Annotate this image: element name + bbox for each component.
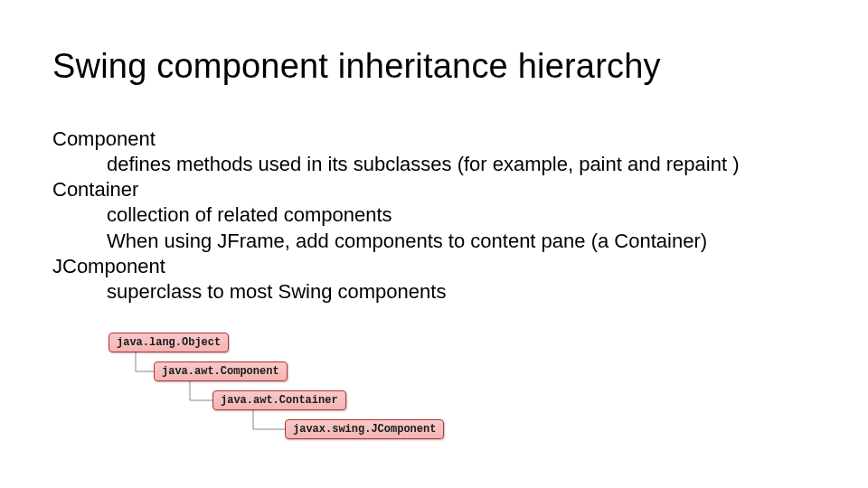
desc-jcomponent: superclass to most Swing components [107,279,812,305]
slide-body: Component defines methods used in its su… [52,127,812,305]
desc-container-1: collection of related components [107,202,812,228]
term-jcomponent: JComponent [52,254,812,279]
node-component: java.awt.Component [154,361,288,381]
slide: Swing component inheritance hierarchy Co… [0,0,868,488]
inheritance-diagram: java.lang.Object java.awt.Component java… [108,333,497,450]
desc-container-2: When using JFrame, add components to con… [107,229,812,254]
slide-title: Swing component inheritance hierarchy [52,47,661,86]
desc-component: defines methods used in its subclasses (… [107,152,812,177]
term-component: Component [52,127,812,152]
term-container: Container [52,177,812,202]
node-container: java.awt.Container [212,390,346,410]
node-object: java.lang.Object [108,333,229,352]
node-jcomponent: javax.swing.JComponent [285,419,444,439]
